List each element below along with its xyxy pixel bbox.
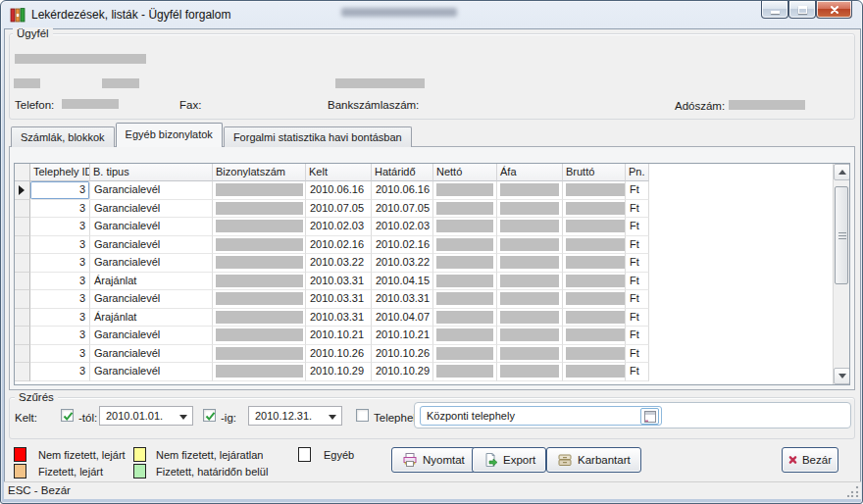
table-cell[interactable]: 2010.10.29: [372, 363, 433, 381]
table-cell[interactable]: 3: [30, 181, 90, 200]
table-cell[interactable]: [497, 218, 563, 236]
date-to-dropdown[interactable]: 2010.12.31.: [248, 406, 342, 426]
table-cell[interactable]: [433, 273, 497, 291]
maintain-button[interactable]: Karbantart: [546, 447, 641, 473]
table-cell[interactable]: [213, 273, 306, 291]
table-cell[interactable]: [433, 290, 497, 309]
table-cell[interactable]: [213, 236, 306, 255]
table-cell[interactable]: 2010.06.16: [306, 181, 372, 200]
table-cell[interactable]: 2010.04.15: [372, 273, 433, 291]
table-cell[interactable]: [497, 327, 563, 345]
table-cell[interactable]: [433, 254, 497, 273]
table-cell[interactable]: [563, 363, 626, 381]
table-cell[interactable]: [563, 273, 626, 291]
table-cell[interactable]: Garancialevél: [90, 254, 213, 273]
table-cell[interactable]: Garancialevél: [90, 218, 213, 236]
table-cell[interactable]: 2010.03.31: [372, 290, 433, 309]
table-cell[interactable]: 2010.03.31: [306, 273, 372, 291]
table-cell[interactable]: 2010.10.29: [306, 363, 372, 381]
table-cell[interactable]: [213, 254, 306, 273]
table-cell[interactable]: [497, 273, 563, 291]
table-cell[interactable]: [433, 309, 497, 328]
row-selector[interactable]: [15, 200, 30, 219]
row-selector[interactable]: [15, 273, 30, 291]
table-cell[interactable]: 2010.03.31: [306, 309, 372, 328]
table-cell[interactable]: [563, 290, 626, 309]
table-cell[interactable]: 3: [30, 363, 90, 381]
column-header[interactable]: Kelt: [306, 164, 372, 181]
vertical-scrollbar[interactable]: [833, 164, 849, 384]
scrollbar-thumb[interactable]: [835, 186, 848, 284]
table-row[interactable]: 3Garancialevél2010.07.052010.07.05Ft: [15, 200, 849, 219]
table-cell[interactable]: Ft: [626, 345, 649, 364]
table-cell[interactable]: [213, 200, 306, 219]
minimize-button[interactable]: [761, 1, 788, 19]
table-row[interactable]: 3Garancialevél2010.03.222010.03.22Ft: [15, 254, 849, 273]
table-cell[interactable]: Ft: [626, 254, 649, 273]
table-cell[interactable]: [433, 181, 497, 200]
close-form-button[interactable]: Bezár: [782, 447, 838, 473]
table-cell[interactable]: [563, 236, 626, 255]
table-cell[interactable]: Ft: [626, 309, 649, 328]
table-cell[interactable]: 2010.04.07: [372, 309, 433, 328]
table-cell[interactable]: [563, 345, 626, 364]
print-button[interactable]: Nyomtat: [391, 447, 476, 473]
table-cell[interactable]: Ft: [626, 236, 649, 255]
column-header[interactable]: Bizonylatszám: [213, 164, 306, 181]
row-selector[interactable]: [15, 254, 30, 273]
column-header[interactable]: Áfa: [497, 164, 563, 181]
table-cell[interactable]: 2010.06.16: [372, 181, 433, 200]
table-cell[interactable]: [563, 309, 626, 328]
table-cell[interactable]: [563, 218, 626, 236]
table-cell[interactable]: 2010.02.03: [306, 218, 372, 236]
table-cell[interactable]: [497, 254, 563, 273]
tab-2[interactable]: Egyéb bizonylatok: [116, 123, 223, 147]
resize-grip[interactable]: [847, 485, 859, 497]
table-cell[interactable]: [433, 327, 497, 345]
table-cell[interactable]: 2010.10.21: [306, 327, 372, 345]
table-cell[interactable]: Ft: [626, 218, 649, 236]
scroll-up-button[interactable]: [834, 164, 850, 180]
row-selector[interactable]: [15, 327, 30, 345]
row-selector[interactable]: [15, 309, 30, 328]
date-from-dropdown[interactable]: 2010.01.01.: [99, 406, 193, 426]
table-cell[interactable]: 3: [30, 236, 90, 255]
table-row[interactable]: 3Garancialevél2010.06.162010.06.16Ft: [15, 181, 849, 200]
table-cell[interactable]: Ft: [626, 181, 649, 200]
table-cell[interactable]: Garancialevél: [90, 327, 213, 345]
table-cell[interactable]: [433, 236, 497, 255]
column-header[interactable]: Pn.: [626, 164, 649, 181]
table-cell[interactable]: 2010.07.05: [306, 200, 372, 219]
table-cell[interactable]: [497, 363, 563, 381]
column-header[interactable]: Bruttó: [563, 164, 626, 181]
row-selector[interactable]: [15, 363, 30, 381]
title-bar[interactable]: Lekérdezések, listák - Ügyfél forgalom: [1, 1, 862, 28]
table-cell[interactable]: [563, 200, 626, 219]
table-cell[interactable]: [497, 309, 563, 328]
table-cell[interactable]: 2010.03.31: [306, 290, 372, 309]
table-row[interactable]: 3Árajánlat2010.03.312010.04.15Ft: [15, 273, 849, 291]
column-header[interactable]: B. tipus: [90, 164, 213, 181]
row-selector[interactable]: [15, 181, 30, 200]
table-row[interactable]: 3Garancialevél2010.10.212010.10.21Ft: [15, 327, 849, 345]
table-cell[interactable]: [213, 345, 306, 364]
table-cell[interactable]: [433, 345, 497, 364]
table-row[interactable]: 3Garancialevél2010.03.312010.03.31Ft: [15, 290, 849, 309]
table-cell[interactable]: [433, 218, 497, 236]
table-cell[interactable]: [497, 181, 563, 200]
table-cell[interactable]: [497, 200, 563, 219]
table-cell[interactable]: Ft: [626, 290, 649, 309]
table-cell[interactable]: Garancialevél: [90, 345, 213, 364]
table-cell[interactable]: [563, 327, 626, 345]
table-row[interactable]: 3Garancialevél2010.02.162010.02.16Ft: [15, 236, 849, 255]
table-cell[interactable]: Garancialevél: [90, 200, 213, 219]
to-checkbox[interactable]: [203, 409, 216, 422]
table-cell[interactable]: 3: [30, 218, 90, 236]
scroll-down-button[interactable]: [834, 368, 850, 384]
table-cell[interactable]: Árajánlat: [90, 309, 213, 328]
table-cell[interactable]: Garancialevél: [90, 181, 213, 200]
table-cell[interactable]: 3: [30, 327, 90, 345]
table-cell[interactable]: 3: [30, 290, 90, 309]
table-row[interactable]: 3Árajánlat2010.03.312010.04.07Ft: [15, 309, 849, 328]
table-cell[interactable]: [497, 236, 563, 255]
